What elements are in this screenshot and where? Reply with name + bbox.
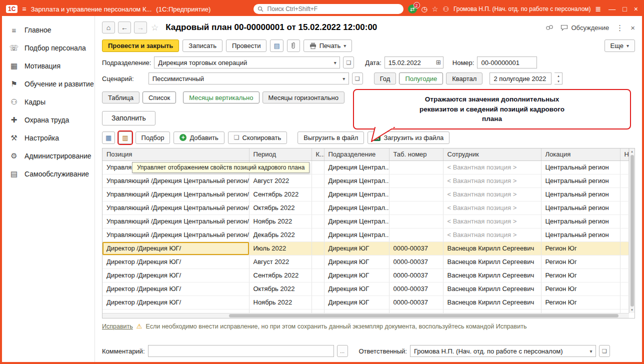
scenario-combo[interactable]: ▾ — [148, 72, 349, 84]
comment-field[interactable] — [148, 345, 334, 357]
cell-employee[interactable]: Васнецов Кирилл Сергеевич — [443, 268, 541, 282]
scroll-down-icon[interactable]: ▾ — [631, 307, 633, 313]
cell-position[interactable]: Управляющий /Дирекция Центральный регион… — [102, 188, 249, 201]
vertical-scroll-thumb[interactable] — [630, 155, 634, 306]
comment-input[interactable] — [148, 348, 334, 355]
cell-period[interactable]: Ноябрь 2022 — [249, 296, 312, 309]
cell-period[interactable]: Август 2022 — [249, 174, 312, 188]
period-year-toggle[interactable]: Год — [374, 72, 396, 84]
scenario-open-button[interactable]: ❏ — [352, 72, 363, 84]
table-row[interactable]: Управляющий /Дирекция Центральный регион… — [102, 214, 629, 228]
cell-tab_number[interactable] — [389, 201, 443, 214]
cell-department[interactable]: Дирекция Централ... — [324, 201, 389, 214]
cell-period[interactable]: Ноябрь 2022 — [249, 214, 312, 228]
cell-k[interactable] — [312, 160, 324, 174]
fill-button[interactable]: Заполнить — [102, 111, 156, 126]
link-icon[interactable] — [546, 24, 554, 30]
notifications-icon[interactable]: ⇄ 2 — [408, 4, 417, 14]
cell-n[interactable] — [620, 282, 629, 296]
print-button[interactable]: Печать▾ — [304, 40, 352, 52]
responsible-combo[interactable]: ▾ — [410, 345, 596, 357]
col-location[interactable]: Локация — [541, 148, 620, 160]
sidebar-item-recruiting[interactable]: ☏Подбор персонала — [2, 39, 94, 57]
dropdown-icon[interactable]: ▾ — [330, 57, 340, 68]
cell-position[interactable]: Управляющий /Дирекция Центральный регион… — [102, 201, 249, 214]
cell-k[interactable] — [312, 201, 324, 214]
sidebar-item-labor-safety[interactable]: ✚Охрана труда — [2, 111, 94, 129]
cell-employee[interactable]: < Вакантная позиция > — [443, 174, 541, 188]
col-k[interactable]: К... — [312, 148, 324, 160]
cell-employee[interactable]: < Вакантная позиция > — [443, 228, 541, 242]
table-row[interactable]: Управляющий /Дирекция Центральный регион… — [102, 174, 629, 188]
discussions-icon[interactable]: ⚇ — [442, 6, 449, 12]
save-button[interactable]: Записать — [182, 40, 222, 52]
spin-up-icon[interactable]: ▴ — [554, 73, 562, 78]
cell-n[interactable] — [620, 160, 629, 174]
period-spinner[interactable]: ▴ ▾ — [554, 72, 562, 84]
cell-employee[interactable]: Васнецов Кирилл Сергеевич — [443, 282, 541, 296]
cell-period[interactable]: Сентябрь 2022 — [249, 188, 312, 201]
number-field[interactable] — [477, 56, 537, 68]
cell-employee[interactable]: Васнецов Кирилл Сергеевич — [443, 296, 541, 309]
cell-department[interactable]: Дирекция Централ... — [324, 174, 389, 188]
close-window-button[interactable]: × — [634, 6, 638, 12]
cell-tab_number[interactable]: 0000-00037 — [389, 268, 443, 282]
table-row[interactable]: Директор /Дирекция ЮГ/Ноябрь 2022Дирекци… — [102, 296, 629, 309]
responsible-open-button[interactable]: ❏ — [599, 345, 610, 357]
main-menu-icon[interactable]: ≡ — [22, 6, 26, 12]
table-row[interactable]: Управляющий /Дирекция Центральный регион… — [102, 201, 629, 214]
home-button[interactable]: ⌂ — [102, 22, 115, 34]
cell-position[interactable]: Управляющий /Дирекция Центральный регион… — [102, 228, 249, 242]
col-tab-number[interactable]: Таб. номер — [389, 148, 443, 160]
cell-location[interactable]: Центральный регион — [541, 188, 620, 201]
sidebar-item-hr[interactable]: ⚇Кадры — [2, 93, 94, 111]
cell-position[interactable]: Директор /Дирекция ЮГ/ — [102, 282, 249, 296]
cell-n[interactable] — [620, 188, 629, 201]
cell-k[interactable] — [312, 228, 324, 242]
period-value-input[interactable] — [490, 75, 551, 82]
cell-department[interactable]: Дирекция Централ... — [324, 160, 389, 174]
comment-more-button[interactable]: ... — [337, 345, 348, 357]
cell-k[interactable] — [312, 214, 324, 228]
attachments-button[interactable] — [287, 40, 300, 52]
cell-tab_number[interactable]: 0000-00037 — [389, 296, 443, 309]
table-row[interactable]: Директор /Дирекция ЮГ/Август 2022Дирекци… — [102, 255, 629, 268]
cell-n[interactable] — [620, 228, 629, 242]
calendar-icon[interactable]: ⊞ — [434, 57, 443, 68]
global-search[interactable] — [254, 4, 404, 14]
cell-department[interactable]: Дирекция ЮГ — [324, 242, 389, 255]
sidebar-item-administration[interactable]: ⚙Администрирование — [2, 147, 94, 165]
dropdown-icon[interactable]: ▾ — [586, 346, 596, 356]
cell-department[interactable]: Дирекция ЮГ — [324, 296, 389, 309]
cell-n[interactable] — [620, 214, 629, 228]
cell-location[interactable]: Центральный регион — [541, 201, 620, 214]
cell-k[interactable] — [312, 255, 324, 268]
cell-tab_number[interactable]: 0000-00037 — [389, 242, 443, 255]
list-settings-button[interactable]: ▦ — [102, 132, 115, 144]
view-table-toggle[interactable]: Таблица — [102, 92, 140, 104]
cell-location[interactable]: Регион Юг — [541, 282, 620, 296]
cell-location[interactable]: Центральный регион — [541, 160, 620, 174]
table-row[interactable]: Директор /Дирекция ЮГ/Сентябрь 2022Дирек… — [102, 268, 629, 282]
period-half-toggle[interactable]: Полугодие — [399, 72, 443, 84]
cell-department[interactable]: Дирекция ЮГ — [324, 268, 389, 282]
table-row[interactable]: Директор /Дирекция ЮГ/Октябрь 2022Дирекц… — [102, 282, 629, 296]
spin-down-icon[interactable]: ▾ — [554, 78, 562, 84]
col-position[interactable]: Позиция — [102, 148, 249, 160]
cell-tab_number[interactable] — [389, 160, 443, 174]
post-and-close-button[interactable]: Провести и закрыть — [102, 40, 179, 52]
export-file-button[interactable]: Выгрузить в файл — [298, 132, 364, 144]
vertical-scrollbar[interactable]: ▴ ▾ — [629, 148, 634, 313]
cell-employee[interactable]: < Вакантная позиция > — [443, 188, 541, 201]
cell-position[interactable]: Управляющий /Дирекция Центральный регион… — [102, 214, 249, 228]
dropdown-icon[interactable]: ▾ — [340, 73, 348, 84]
col-n[interactable]: Н — [620, 148, 629, 160]
cell-department[interactable]: Дирекция Централ... — [324, 228, 389, 242]
current-user[interactable]: Громова Н.П. (Нач. отд. по работе с перс… — [454, 6, 591, 12]
sidebar-item-motivation[interactable]: ▦Мотивация — [2, 57, 94, 75]
discussion-button[interactable]: Обсуждение — [560, 24, 609, 32]
department-input[interactable] — [154, 59, 330, 66]
cell-period[interactable]: Август 2022 — [249, 255, 312, 268]
cell-k[interactable] — [312, 188, 324, 201]
sidebar-item-main[interactable]: ≡Главное — [2, 21, 94, 39]
